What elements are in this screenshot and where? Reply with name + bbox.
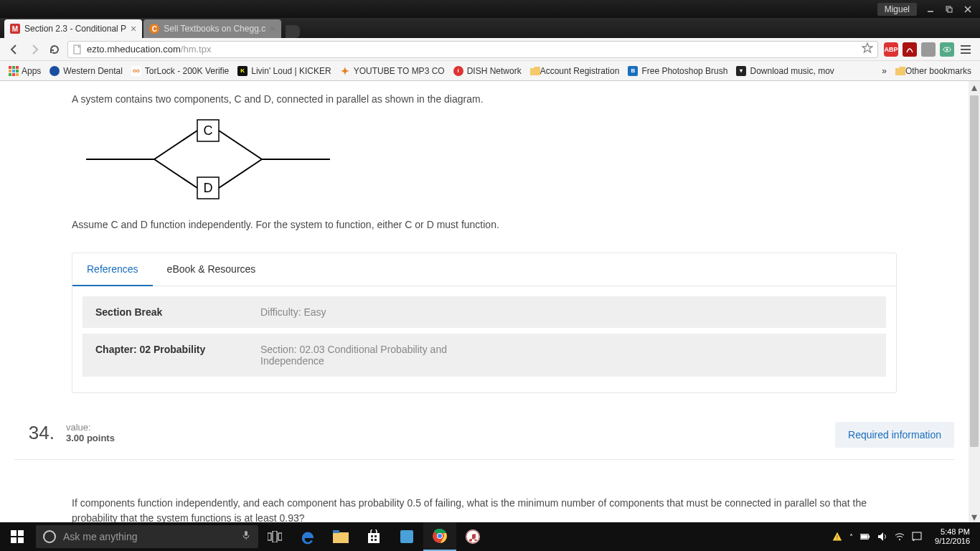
adobe-extension-icon[interactable] [903, 42, 917, 57]
svg-rect-26 [278, 533, 282, 540]
svg-rect-20 [11, 537, 17, 543]
start-button[interactable] [0, 522, 34, 551]
bookmark-label: Livin' Loud | KICKER [251, 66, 331, 76]
apps-label: Apps [22, 66, 41, 76]
tab-close-icon[interactable]: × [270, 23, 275, 34]
svg-line-16 [219, 159, 262, 188]
tray-volume-icon[interactable] [877, 532, 887, 542]
taskbar-app[interactable] [390, 522, 423, 551]
maximize-button[interactable] [940, 3, 958, 16]
svg-rect-24 [268, 533, 271, 540]
svg-line-9 [154, 131, 197, 159]
tray-wifi-icon[interactable] [895, 532, 905, 542]
scrollbar-thumb[interactable] [970, 95, 979, 447]
bookmark-favicon: K [237, 66, 248, 76]
tab-favicon: M [10, 24, 20, 34]
bookmark-item[interactable]: ✦YOUTUBE TO MP3 CO [336, 63, 449, 79]
back-button[interactable] [4, 39, 24, 60]
taskbar-app-store[interactable] [357, 522, 390, 551]
svg-rect-29 [368, 533, 380, 543]
vertical-scrollbar[interactable]: ▴ ▾ [969, 81, 980, 522]
scroll-down-icon[interactable]: ▾ [969, 511, 980, 522]
taskbar-clock[interactable]: 5:48 PM 9/12/2016 [929, 527, 976, 546]
reference-label: Chapter: 02 Probability [95, 344, 260, 367]
extension-icon[interactable] [940, 42, 954, 57]
reference-value: Difficulty: Easy [260, 306, 326, 318]
required-information-button[interactable]: Required information [835, 422, 954, 448]
svg-rect-22 [245, 531, 248, 536]
bookmark-item[interactable]: KLivin' Loud | KICKER [233, 63, 335, 79]
tray-notifications-icon[interactable] [912, 532, 922, 542]
scroll-up-icon[interactable]: ▴ [969, 81, 980, 93]
address-bar[interactable]: ezto.mheducation.com/hm.tpx [67, 41, 878, 58]
abp-extension-icon[interactable]: ABP [884, 42, 898, 57]
bookmark-overflow[interactable]: » [882, 66, 887, 76]
other-bookmarks[interactable]: Other bookmarks [891, 63, 976, 79]
folder-icon [895, 67, 905, 75]
svg-rect-21 [18, 537, 24, 543]
task-view-button[interactable] [258, 522, 291, 551]
new-tab-button[interactable] [286, 25, 300, 38]
svg-text:!: ! [837, 534, 838, 541]
svg-rect-19 [18, 530, 24, 536]
user-badge[interactable]: Miguel [877, 3, 917, 16]
tab-close-icon[interactable]: × [131, 23, 136, 34]
question-text: If components function independently, an… [72, 496, 897, 522]
question-number: 34. [14, 422, 66, 444]
tab-ebook-resources[interactable]: eBook & Resources [153, 253, 270, 286]
bookmark-item[interactable]: iDISH Network [449, 63, 526, 79]
question-intro: A system contains two components, C and … [72, 92, 954, 107]
reload-button[interactable] [44, 39, 65, 60]
bookmark-star-icon[interactable] [862, 42, 873, 57]
reference-label: Section Break [95, 306, 260, 318]
bookmark-item[interactable]: óòTorLock - 200K Verifie [127, 63, 233, 79]
browser-tab[interactable]: C Sell Textbooks on Chegg.c × [143, 19, 281, 38]
svg-rect-28 [333, 530, 339, 533]
svg-point-37 [438, 534, 442, 538]
bookmark-label: Free Photoshop Brush [641, 66, 727, 76]
bookmark-label: Other bookmarks [905, 66, 971, 76]
points-text: 3.00 points [66, 433, 115, 443]
cortana-placeholder: Ask me anything [63, 531, 241, 542]
chrome-menu-button[interactable] [958, 45, 973, 54]
close-button[interactable] [958, 3, 977, 16]
svg-point-44 [899, 539, 900, 540]
svg-rect-42 [868, 535, 870, 538]
taskbar-app-edge[interactable] [291, 522, 324, 551]
browser-tab[interactable]: M Section 2.3 - Conditional P × [4, 19, 142, 38]
forward-button[interactable] [24, 39, 44, 60]
svg-line-10 [154, 159, 197, 188]
taskbar-app-itunes[interactable] [456, 522, 489, 551]
bookmark-label: Western Dental [63, 66, 122, 76]
svg-rect-2 [948, 8, 952, 12]
folder-icon [530, 67, 540, 75]
tray-chevron-icon[interactable]: ˄ [849, 533, 853, 541]
tab-title: Sell Textbooks on Chegg.c [164, 24, 265, 34]
parallel-diagram: C D [72, 113, 337, 206]
bookmark-favicon: ✦ [340, 66, 350, 76]
bookmark-label: DISH Network [467, 66, 522, 76]
extension-icon[interactable] [921, 42, 936, 57]
svg-text:D: D [204, 181, 213, 195]
extension-icons: ABP [881, 42, 976, 57]
apps-shortcut[interactable]: Apps [4, 63, 45, 79]
bookmark-item[interactable]: Western Dental [45, 63, 126, 79]
taskbar-app-chrome[interactable] [423, 522, 456, 551]
bookmark-item[interactable]: Account Registration [526, 63, 624, 79]
bookmark-favicon [50, 66, 60, 76]
bookmark-item[interactable]: ▾Download music, mov [732, 63, 838, 79]
svg-line-15 [219, 131, 262, 159]
apps-icon [9, 66, 19, 76]
tray-alert-icon[interactable]: ! [832, 532, 842, 542]
minimize-button[interactable] [921, 3, 940, 16]
taskbar-app-explorer[interactable] [324, 522, 357, 551]
toolbar: ezto.mheducation.com/hm.tpx ABP [0, 38, 980, 61]
tab-strip: M Section 2.3 - Conditional P × C Sell T… [0, 18, 980, 38]
tab-references[interactable]: References [72, 253, 153, 286]
microphone-icon[interactable] [241, 530, 251, 543]
cortana-search[interactable]: Ask me anything [36, 525, 258, 548]
bookmark-item[interactable]: BFree Photoshop Brush [623, 63, 732, 79]
svg-rect-30 [371, 535, 373, 537]
value-label: value: [66, 422, 115, 433]
tray-battery-icon[interactable] [860, 532, 870, 542]
